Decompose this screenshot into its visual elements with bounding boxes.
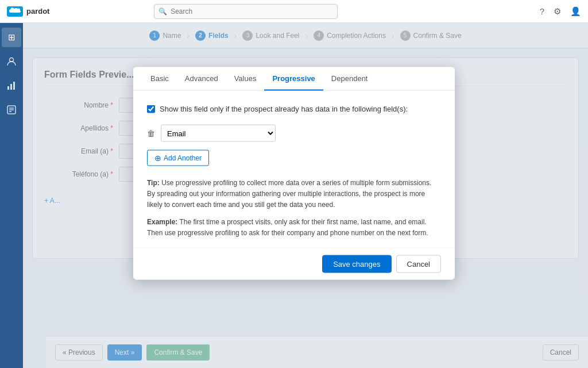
sidebar-item-people[interactable] <box>2 52 21 71</box>
brand-text: pardot <box>26 7 49 16</box>
show-field-checkbox-row: Show this field only if the prospect alr… <box>147 105 441 113</box>
svg-rect-3 <box>13 82 15 90</box>
modal-tabs: Basic Advanced Values Progressive Depend… <box>133 67 455 91</box>
search-bar: 🔍 <box>154 4 338 19</box>
save-changes-button[interactable]: Save changes <box>322 255 391 273</box>
tip-text: Tip: Use progressive profiling to collec… <box>147 178 441 211</box>
example-content: The first time a prospect visits, only a… <box>147 217 428 236</box>
salesforce-logo <box>7 6 23 17</box>
modal-footer: Save changes Cancel <box>133 247 455 279</box>
settings-icon[interactable]: ⚙ <box>554 6 561 17</box>
modal-dialog: Basic Advanced Values Progressive Depend… <box>133 67 455 280</box>
tab-values[interactable]: Values <box>226 67 265 91</box>
sidebar-item-forms[interactable] <box>2 100 21 120</box>
add-icon: ⊕ <box>154 154 161 163</box>
sidebar-item-grid[interactable]: ⊞ <box>2 28 21 47</box>
search-input[interactable] <box>154 4 338 19</box>
tip-section: Tip: Use progressive profiling to collec… <box>147 178 441 239</box>
search-icon: 🔍 <box>158 7 167 16</box>
sidebar-item-chart[interactable] <box>2 76 21 95</box>
svg-rect-1 <box>7 86 9 90</box>
top-nav: pardot 🔍 ? ⚙ 👤 <box>0 0 588 23</box>
tab-advanced[interactable]: Advanced <box>177 67 226 91</box>
tab-basic[interactable]: Basic <box>142 67 177 91</box>
tab-progressive[interactable]: Progressive <box>264 67 323 91</box>
example-text: Example: The first time a prospect visit… <box>147 216 441 238</box>
add-another-label: Add Another <box>164 154 202 162</box>
modal-body: Show this field only if the prospect alr… <box>133 91 455 248</box>
tab-dependent[interactable]: Dependent <box>323 67 376 91</box>
cancel-modal-button[interactable]: Cancel <box>396 255 441 273</box>
show-field-label: Show this field only if the prospect alr… <box>160 105 408 113</box>
example-label: Example: <box>147 217 177 225</box>
user-icon[interactable]: 👤 <box>570 6 581 17</box>
tip-label: Tip: <box>147 179 160 187</box>
add-another-button[interactable]: ⊕ Add Another <box>147 150 209 166</box>
field-select[interactable]: Email Nombre Apellidos Teléfono (a) <box>161 125 276 142</box>
logo: pardot <box>7 6 49 17</box>
tip-content: Use progressive profiling to collect mor… <box>147 179 431 209</box>
show-field-checkbox[interactable] <box>147 105 155 113</box>
svg-rect-2 <box>10 84 12 90</box>
field-selector-row: 🗑 Email Nombre Apellidos Teléfono (a) <box>147 125 441 142</box>
top-nav-right: ? ⚙ 👤 <box>540 6 581 17</box>
delete-field-icon[interactable]: 🗑 <box>147 129 155 138</box>
help-icon[interactable]: ? <box>540 6 544 16</box>
left-sidebar: ⊞ <box>0 23 23 368</box>
